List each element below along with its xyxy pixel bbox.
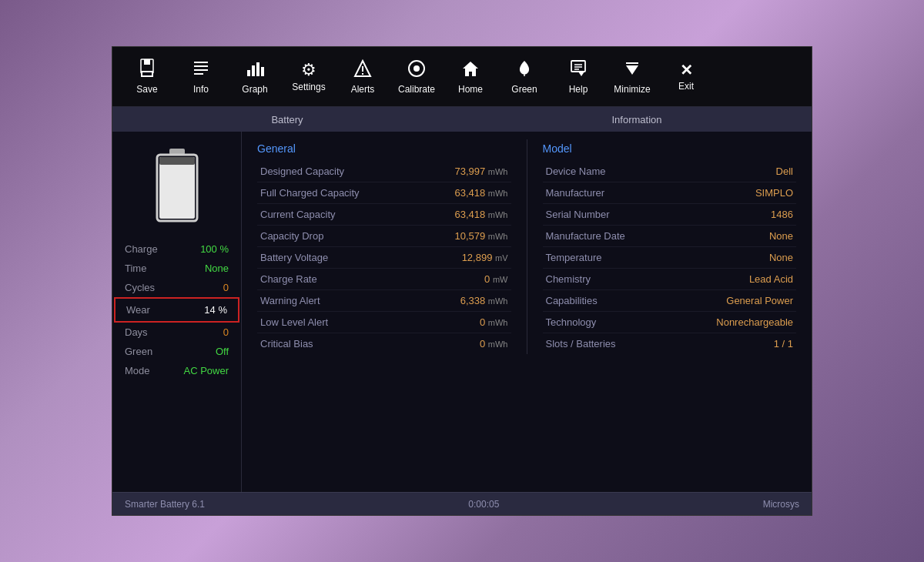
home-label: Home xyxy=(458,84,483,95)
info-icon xyxy=(192,59,209,81)
minimize-icon xyxy=(623,59,641,81)
info-row: Serial Number1486 xyxy=(543,204,797,226)
content-area: Charge 100 % Time None Cycles 0 Wear 14 … xyxy=(112,132,812,492)
days-label: Days xyxy=(125,326,148,338)
info-row: Full Charged Capacity63,418 mWh xyxy=(257,182,511,204)
exit-button[interactable]: ✕ Exit xyxy=(659,58,713,96)
help-button[interactable]: Help xyxy=(551,55,605,99)
svg-rect-4 xyxy=(194,62,208,63)
settings-label: Settings xyxy=(292,82,325,92)
right-panel: General Designed Capacity73,997 mWhFull … xyxy=(242,132,812,492)
info-row: ManufacturerSIMPLO xyxy=(543,182,797,204)
svg-point-16 xyxy=(414,66,419,71)
cycles-value: 0 xyxy=(223,282,229,293)
info-row: TechnologyNonrechargeable xyxy=(543,312,797,333)
info-row: CapabilitiesGeneral Power xyxy=(543,290,797,312)
svg-rect-3 xyxy=(142,72,152,75)
alerts-icon xyxy=(353,59,372,81)
minimize-button[interactable]: Minimize xyxy=(605,55,659,99)
help-label: Help xyxy=(569,84,588,95)
time-value: None xyxy=(205,263,229,274)
green-row: Green Off xyxy=(112,342,241,361)
left-panel: Charge 100 % Time None Cycles 0 Wear 14 … xyxy=(112,132,242,492)
svg-rect-9 xyxy=(252,65,255,76)
time-row: Time None xyxy=(112,259,241,278)
svg-rect-10 xyxy=(256,62,259,76)
alerts-button[interactable]: Alerts xyxy=(336,55,390,99)
calibrate-icon xyxy=(407,59,426,81)
svg-rect-5 xyxy=(194,65,208,67)
charge-label: Charge xyxy=(125,243,158,255)
toolbar: Save Info Graph xyxy=(112,47,812,107)
info-row: Warning Alert6,338 mWh xyxy=(257,290,511,312)
timer: 0:00:05 xyxy=(468,499,499,510)
help-icon xyxy=(569,59,588,81)
general-title: General xyxy=(257,142,511,155)
svg-rect-24 xyxy=(626,62,638,64)
mode-value: AC Power xyxy=(183,365,229,376)
graph-label: Graph xyxy=(242,84,267,95)
info-row: Current Capacity63,418 mWh xyxy=(257,204,511,226)
info-button[interactable]: Info xyxy=(174,55,228,99)
info-row: Critical Bias0 mWh xyxy=(257,333,511,354)
info-label: Info xyxy=(193,84,209,95)
info-left-rows: Designed Capacity73,997 mWhFull Charged … xyxy=(257,161,511,354)
calibrate-button[interactable]: Calibrate xyxy=(390,55,444,99)
home-button[interactable]: Home xyxy=(444,55,497,99)
charge-row: Charge 100 % xyxy=(112,239,241,259)
svg-rect-27 xyxy=(159,157,195,219)
svg-rect-18 xyxy=(571,61,585,72)
svg-rect-28 xyxy=(159,157,195,165)
graph-icon xyxy=(246,59,264,81)
info-row: Slots / Batteries1 / 1 xyxy=(543,333,797,354)
info-row: Low Level Alert0 mWh xyxy=(257,312,511,333)
model-title: Model xyxy=(543,142,797,155)
svg-rect-1 xyxy=(144,59,150,65)
settings-icon: ⚙ xyxy=(301,62,316,79)
home-icon xyxy=(461,59,480,81)
information-header: Information xyxy=(462,107,812,132)
company: Microsys xyxy=(763,499,799,510)
exit-label: Exit xyxy=(678,81,694,92)
graph-button[interactable]: Graph xyxy=(228,55,282,99)
info-row: Capacity Drop10,579 mWh xyxy=(257,226,511,247)
svg-rect-8 xyxy=(247,70,250,76)
wear-value: 14 % xyxy=(204,304,227,316)
svg-rect-14 xyxy=(362,73,363,75)
charge-value: 100 % xyxy=(200,243,229,255)
info-right-rows: Device NameDellManufacturerSIMPLOSerial … xyxy=(543,161,797,354)
mode-label: Mode xyxy=(125,365,150,376)
mode-row: Mode AC Power xyxy=(112,361,241,380)
exit-icon: ✕ xyxy=(680,62,693,78)
svg-rect-11 xyxy=(261,67,264,76)
battery-header: Battery xyxy=(112,107,462,132)
app-window: Save Info Graph xyxy=(112,46,812,516)
app-name: Smarter Battery 6.1 xyxy=(125,499,205,510)
time-label: Time xyxy=(125,263,146,274)
green-stat-value: Off xyxy=(216,346,229,357)
svg-rect-6 xyxy=(194,69,208,71)
cycles-row: Cycles 0 xyxy=(112,278,241,297)
days-value: 0 xyxy=(223,326,229,338)
minimize-label: Minimize xyxy=(614,84,650,95)
settings-button[interactable]: ⚙ Settings xyxy=(282,57,336,97)
svg-marker-23 xyxy=(626,65,638,75)
save-button[interactable]: Save xyxy=(120,54,174,99)
battery-icon xyxy=(154,147,200,224)
green-button[interactable]: Green xyxy=(497,55,551,99)
info-row: Manufacture DateNone xyxy=(543,226,797,247)
info-row: Battery Voltage12,899 mV xyxy=(257,247,511,269)
svg-rect-13 xyxy=(362,66,363,72)
info-row: ChemistryLead Acid xyxy=(543,269,797,290)
calibrate-label: Calibrate xyxy=(398,84,435,95)
info-row: TemperatureNone xyxy=(543,247,797,269)
green-stat-label: Green xyxy=(125,346,152,357)
green-icon xyxy=(515,59,534,81)
info-row: Device NameDell xyxy=(543,161,797,182)
status-bar: Smarter Battery 6.1 0:00:05 Microsys xyxy=(112,492,812,515)
days-row: Days 0 xyxy=(112,323,241,342)
green-label: Green xyxy=(511,84,537,95)
cycles-label: Cycles xyxy=(125,282,155,293)
section-header: Battery Information xyxy=(112,107,812,132)
info-row: Designed Capacity73,997 mWh xyxy=(257,161,511,182)
